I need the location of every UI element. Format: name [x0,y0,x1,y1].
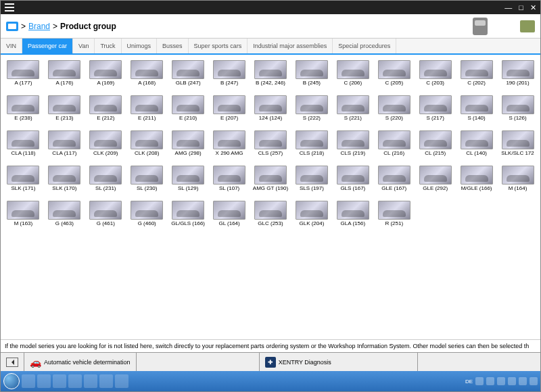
model-cell[interactable]: B (247) [210,59,250,93]
taskbar-app-icon[interactable] [115,374,128,388]
model-cell[interactable]: M (164) [498,164,538,198]
model-cell[interactable]: E (212) [86,94,126,128]
model-cell[interactable]: S (126) [498,94,538,128]
model-cell[interactable]: SLS (197) [291,164,331,198]
model-cell[interactable]: G (463) [45,199,85,233]
model-cell[interactable]: M (163) [3,199,43,233]
model-cell[interactable]: GL/GLS (166) [168,199,208,233]
taskbar-app-icon[interactable] [68,374,82,388]
tab-passenger-car[interactable]: Passenger car [22,39,73,53]
model-cell[interactable]: GL (164) [210,199,250,233]
xentry-button[interactable]: ✚ XENTRY Diagnosis [259,353,418,371]
breadcrumb-brand[interactable]: Brand [28,22,50,31]
model-cell[interactable]: B (245) [291,59,331,93]
tab-vin[interactable]: VIN [1,39,22,53]
tray-icon[interactable] [475,377,484,385]
model-cell[interactable]: CLS (219) [333,129,373,163]
tab-truck[interactable]: Truck [95,39,121,53]
model-label: SL (231) [95,186,116,197]
tab-van[interactable]: Van [73,39,95,53]
model-cell[interactable]: S (217) [415,94,455,128]
model-cell[interactable]: G (461) [86,199,126,233]
print-icon[interactable] [520,20,535,32]
auto-vehicle-button[interactable]: 🚗 Automatic vehicle determination [24,353,137,371]
model-cell[interactable]: E (238) [3,94,43,128]
taskbar-app-icon[interactable] [22,374,35,388]
model-cell[interactable]: SL (230) [127,164,167,198]
tab-busses[interactable]: Busses [157,39,189,53]
model-cell[interactable]: CLK (209) [86,129,126,163]
model-cell[interactable]: SL (231) [86,164,126,198]
model-cell[interactable]: AMG (298) [168,129,208,163]
model-cell[interactable]: CL (216) [374,129,414,163]
menu-icon[interactable] [5,3,14,11]
tray-icon[interactable] [530,377,538,385]
model-cell[interactable]: SL (107) [210,164,250,198]
model-cell[interactable]: CLA (117) [45,129,85,163]
model-cell[interactable]: A (176) [45,59,85,93]
taskbar-app-icon[interactable] [99,374,113,388]
model-cell[interactable]: GLB (247) [168,59,208,93]
model-cell[interactable]: GLS (167) [333,164,373,198]
model-cell[interactable]: A (168) [127,59,167,93]
assistant-icon[interactable] [473,18,488,35]
tray-icon[interactable] [497,377,505,385]
maximize-button[interactable]: □ [519,3,523,12]
close-button[interactable]: ✕ [530,3,536,12]
model-cell[interactable]: AMG GT (190) [251,164,291,198]
model-cell[interactable]: E (211) [127,94,167,128]
model-cell[interactable]: CL (140) [456,129,496,163]
start-button[interactable] [3,373,20,389]
tab-special-procedures[interactable]: Special procedures [333,39,396,53]
model-cell[interactable]: CLS (257) [251,129,291,163]
model-cell[interactable]: S (220) [374,94,414,128]
tray-icon[interactable] [519,377,527,385]
taskbar-app-icon[interactable] [53,374,66,388]
language-indicator[interactable]: DE [465,378,473,385]
model-cell[interactable]: CL (215) [415,129,455,163]
model-cell[interactable]: C (205) [374,59,414,93]
model-cell[interactable]: S (222) [291,94,331,128]
model-cell[interactable]: GLK (204) [291,199,331,233]
model-cell[interactable]: SLK/SLC 172 [498,129,538,163]
model-cell[interactable]: E (207) [210,94,250,128]
tray-icon[interactable] [508,377,516,385]
model-cell[interactable]: GLE (167) [374,164,414,198]
tray-icon[interactable] [486,377,494,385]
tab-industrial-major-assemblies[interactable]: Industrial major assemblies [248,39,333,53]
minimize-button[interactable]: — [504,3,512,12]
home-icon[interactable] [6,22,18,31]
model-cell[interactable]: CLK (208) [127,129,167,163]
model-cell[interactable]: GLC (253) [251,199,291,233]
model-label: C (205) [385,80,403,91]
model-cell[interactable]: 124 (124) [251,94,291,128]
model-cell[interactable]: X 290 AMG [210,129,250,163]
model-cell[interactable]: A (169) [86,59,126,93]
model-cell[interactable]: A (177) [3,59,43,93]
model-cell[interactable]: GLA (156) [333,199,373,233]
model-cell[interactable]: SLK (171) [3,164,43,198]
model-cell[interactable]: M/GLE (166) [456,164,496,198]
model-cell[interactable]: S (221) [333,94,373,128]
model-cell[interactable]: SLK (170) [45,164,85,198]
model-cell[interactable]: CLS (218) [291,129,331,163]
tab-unimogs[interactable]: Unimogs [122,39,158,53]
model-cell[interactable]: 190 (201) [498,59,538,93]
model-cell[interactable]: B (242, 246) [251,59,291,93]
taskbar-app-icon[interactable] [84,374,97,388]
model-cell[interactable]: C (203) [415,59,455,93]
model-cell[interactable]: E (213) [45,94,85,128]
model-cell[interactable]: GLE (292) [415,164,455,198]
model-cell[interactable]: R (251) [374,199,414,233]
model-cell[interactable]: C (206) [333,59,373,93]
model-cell[interactable]: E (210) [168,94,208,128]
model-cell[interactable]: S (140) [456,94,496,128]
taskbar-app-icon[interactable] [37,374,51,388]
model-thumbnail [296,201,328,220]
model-cell[interactable]: CLA (118) [3,129,43,163]
model-cell[interactable]: SL (129) [168,164,208,198]
model-cell[interactable]: C (202) [456,59,496,93]
tab-super-sports-cars[interactable]: Super sports cars [189,39,248,53]
back-button[interactable] [1,353,24,371]
model-cell[interactable]: G (460) [127,199,167,233]
